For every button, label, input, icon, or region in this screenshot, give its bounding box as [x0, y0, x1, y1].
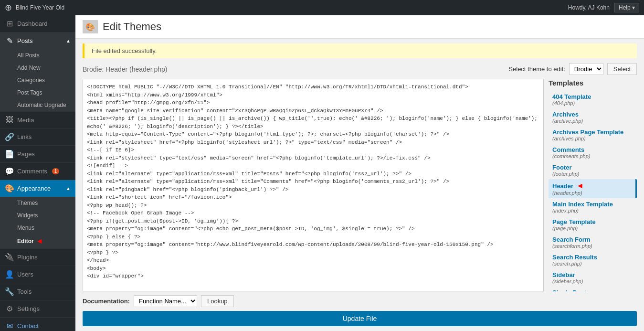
theme-selector: Select theme to edit: Brodie Select: [508, 63, 637, 75]
template-file-archives-page: (archives.php): [552, 136, 633, 141]
template-item-comments[interactable]: Comments (comments.php): [549, 144, 637, 161]
update-file-button[interactable]: Update File: [83, 311, 637, 326]
comments-icon: 💬: [5, 167, 14, 176]
template-file-search-form: (searchform.php): [552, 243, 633, 249]
sidebar-section-users: 👤 Users: [0, 266, 75, 283]
editor-area: Brodie: Header (header.php) Select theme…: [75, 58, 644, 331]
template-item-sidebar[interactable]: Sidebar (sidebar.php): [549, 269, 637, 287]
sidebar-item-add-new[interactable]: Add New: [0, 62, 75, 74]
template-item-header[interactable]: Header ◄ (header.php): [549, 179, 637, 198]
sidebar-item-widgets[interactable]: Widgets: [0, 209, 75, 222]
sidebar-item-all-posts[interactable]: All Posts: [0, 49, 75, 62]
sidebar-label-settings: Settings: [17, 305, 40, 312]
sidebar-item-posts[interactable]: ✎ Posts ▲: [0, 32, 75, 49]
pages-icon: 📄: [5, 149, 14, 159]
users-icon: 👤: [5, 270, 14, 279]
sidebar-section-appearance: 🎨 Appearance ▲ Themes Widgets Menus Edit…: [0, 180, 75, 249]
site-name[interactable]: Blind Five Year Old: [16, 4, 64, 11]
template-item-footer[interactable]: Footer (footer.php): [549, 161, 637, 179]
settings-icon: ⚙: [5, 304, 14, 313]
appearance-submenu: Themes Widgets Menus Editor ◄: [0, 197, 75, 248]
sidebar-item-media[interactable]: 🖼 Media: [0, 112, 75, 128]
appearance-arrow-icon: ▲: [66, 186, 71, 191]
template-item-archives-page[interactable]: Archives Page Template (archives.php): [549, 126, 637, 144]
lookup-button[interactable]: Lookup: [201, 295, 234, 307]
sidebar-label-pages: Pages: [17, 150, 35, 158]
wp-logo-icon: ⊕: [5, 2, 12, 13]
sidebar-item-users[interactable]: 👤 Users: [0, 266, 75, 283]
sidebar-section-links: 🔗 Links: [0, 128, 75, 146]
sidebar-item-themes[interactable]: Themes: [0, 197, 75, 209]
sidebar-label-posts: Posts: [17, 37, 33, 44]
sidebar-item-settings[interactable]: ⚙ Settings: [0, 300, 75, 317]
sidebar-item-categories[interactable]: Categories: [0, 74, 75, 86]
template-item-main-index[interactable]: Main Index Template (index.php): [549, 198, 637, 216]
editor-file-text: (header.php): [129, 65, 167, 73]
sidebar-item-post-tags[interactable]: Post Tags: [0, 86, 75, 99]
templates-title: Templates: [549, 79, 637, 87]
theme-select[interactable]: Brodie: [569, 63, 603, 75]
sidebar-label-links: Links: [17, 133, 32, 140]
contact-icon: ✉: [5, 321, 14, 331]
sidebar-item-automatic-upgrade[interactable]: Automatic Upgrade: [0, 99, 75, 111]
sidebar-label-appearance: Appearance: [17, 185, 51, 192]
sidebar-item-links[interactable]: 🔗 Links: [0, 128, 75, 145]
sidebar-item-dashboard[interactable]: ⊞ Dashboard: [0, 15, 75, 32]
template-item-search-results[interactable]: Search Results (search.php): [549, 251, 637, 269]
sidebar-section-comments: 💬 Comments 1: [0, 163, 75, 180]
sidebar-label-contact: Contact: [17, 322, 39, 330]
help-button[interactable]: Help ▾: [614, 3, 639, 12]
sidebar-section-settings: ⚙ Settings: [0, 300, 75, 318]
template-name-archives: Archives: [552, 111, 633, 118]
template-item-404[interactable]: 404 Template (404.php): [549, 91, 637, 108]
sidebar-label-plugins: Plugins: [17, 254, 38, 261]
template-file-page: (page.php): [552, 225, 633, 231]
sidebar-item-comments[interactable]: 💬 Comments 1: [0, 163, 75, 180]
sidebar-item-pages[interactable]: 📄 Pages: [0, 146, 75, 162]
template-name-page: Page Template: [552, 218, 633, 225]
template-item-page[interactable]: Page Template (page.php): [549, 216, 637, 234]
template-file-404: (404.php): [552, 100, 633, 106]
posts-submenu: All Posts Add New Categories Post Tags A…: [0, 49, 75, 111]
sidebar-label-dashboard: Dashboard: [17, 20, 48, 27]
code-editor-container: [83, 79, 544, 291]
howdy-text: Howdy, AJ Kohn: [568, 4, 610, 11]
content-area: 🎨 Edit Themes File edited successfully. …: [75, 15, 644, 331]
page-header: 🎨 Edit Themes: [75, 15, 644, 39]
template-item-search-form[interactable]: Search Form (searchform.php): [549, 234, 637, 251]
doc-bar: Documentation: Function Name... Lookup: [83, 295, 637, 307]
appearance-icon: 🎨: [5, 184, 14, 193]
sidebar-item-plugins[interactable]: 🔌 Plugins: [0, 249, 75, 266]
sidebar-item-editor[interactable]: Editor ◄: [0, 234, 75, 248]
template-name-comments: Comments: [552, 146, 633, 153]
admin-bar: ⊕ Blind Five Year Old Howdy, AJ Kohn Hel…: [0, 0, 644, 15]
adminbar-left: ⊕ Blind Five Year Old: [5, 2, 64, 13]
template-name-search-results: Search Results: [552, 254, 633, 261]
template-file-header: (header.php): [552, 190, 632, 196]
main-layout: ⊞ Dashboard ✎ Posts ▲ All Posts Add New …: [0, 15, 644, 331]
tools-icon: 🔧: [5, 287, 14, 296]
adminbar-right: Howdy, AJ Kohn Help ▾: [568, 3, 639, 12]
notice-text: File edited successfully.: [92, 47, 157, 54]
doc-function-select[interactable]: Function Name...: [134, 295, 197, 307]
template-item-single-post[interactable]: Single Post (single.php): [549, 287, 637, 291]
comments-badge: 1: [52, 168, 60, 174]
sidebar-label-tools: Tools: [17, 288, 32, 295]
editor-title-text: Brodie: Header: [83, 65, 127, 73]
template-name-404: 404 Template: [552, 93, 633, 100]
edit-themes-icon: 🎨: [83, 20, 98, 33]
code-editor[interactable]: [83, 79, 544, 291]
template-name-footer: Footer: [552, 164, 633, 171]
sidebar-item-appearance[interactable]: 🎨 Appearance ▲: [0, 180, 75, 197]
editor-arrow-indicator: ◄: [36, 237, 43, 246]
notice-bar: File edited successfully.: [83, 43, 637, 58]
select-theme-button[interactable]: Select: [607, 63, 637, 75]
template-name-search-form: Search Form: [552, 236, 633, 243]
sidebar-item-contact[interactable]: ✉ Contact: [0, 318, 75, 331]
sidebar-label-comments: Comments: [17, 168, 47, 175]
sidebar-label-media: Media: [17, 117, 34, 124]
sidebar-item-tools[interactable]: 🔧 Tools: [0, 283, 75, 300]
sidebar-item-menus[interactable]: Menus: [0, 222, 75, 234]
editor-main: Templates 404 Template (404.php) Archive…: [83, 79, 637, 291]
template-item-archives[interactable]: Archives (archive.php): [549, 108, 637, 126]
